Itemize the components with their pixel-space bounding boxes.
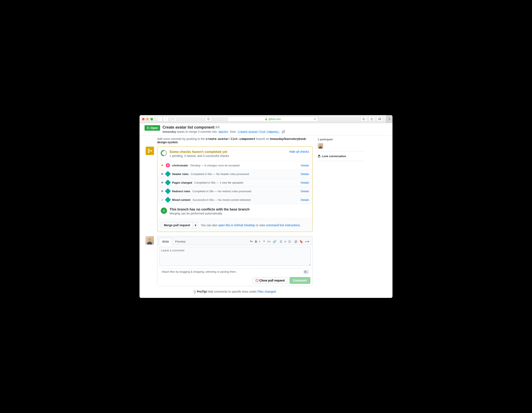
checks-summary: Some checks haven't completed yet 1 pend… [157, 147, 313, 161]
nav-buttons: ‹ › [157, 117, 169, 122]
preview-tab[interactable]: Preview [172, 238, 189, 245]
pr-state-badge: Open [144, 125, 160, 131]
check-message: Completed in 59s — No header rules proce… [191, 172, 249, 176]
comment-textarea[interactable] [159, 247, 311, 266]
check-app-icon [166, 180, 170, 185]
base-branch[interactable]: master [218, 130, 229, 134]
close-window[interactable] [142, 118, 144, 120]
check-details-link[interactable]: Details [301, 190, 309, 193]
head-branch[interactable]: create-avatar-list-compone… [237, 130, 280, 134]
reload-icon[interactable]: ⟳ [314, 118, 316, 121]
mention-icon[interactable]: @ [294, 240, 297, 243]
check-row: ci/chromatic Pending — 6 changes must be… [157, 161, 313, 170]
merge-button[interactable]: Merge pull request [161, 222, 193, 228]
ul-icon[interactable]: ☰ [280, 240, 282, 243]
markdown-icon[interactable]: M↓ [304, 270, 308, 273]
task-icon[interactable]: ☑ [288, 240, 291, 243]
check-row: Redirect rules Completed in 59s — No red… [157, 187, 313, 196]
share-button[interactable] [369, 117, 375, 122]
code-icon[interactable]: <> [267, 240, 270, 243]
reply-icon[interactable]: ↩▾ [305, 240, 309, 243]
check-message: Successful in 59s — No mixed content det… [192, 198, 250, 201]
url-domain: github.com [268, 118, 281, 121]
attach-hint[interactable]: Attach files by dragging & dropping, sel… [159, 268, 311, 275]
toolbar: AA B I ❝ <> 🔗 ☰ [250, 240, 311, 243]
maximize-window[interactable] [151, 118, 153, 120]
comment-button[interactable]: Comment [290, 277, 310, 284]
desktop-link[interactable]: open this in GitHub Desktop [218, 224, 255, 227]
heading-icon[interactable]: AA [250, 240, 253, 243]
check-details-link[interactable]: Details [301, 164, 309, 167]
url-bar[interactable]: 🔒 github.com ⟳ [228, 117, 318, 122]
files-changed-link[interactable]: Files changed [257, 290, 276, 293]
check-name: Header rules [172, 172, 189, 176]
checks-list: ci/chromatic Pending — 6 changes must be… [157, 161, 313, 204]
participant-avatar[interactable] [318, 143, 323, 149]
traffic-lights [142, 118, 153, 120]
pr-author[interactable]: tmeasday [163, 130, 176, 133]
check-row: Header rules Completed in 59s — No heade… [157, 170, 313, 178]
sidebar-button[interactable] [171, 117, 177, 122]
forward-button[interactable]: › [163, 117, 169, 122]
check-name: Mixed content [172, 198, 190, 201]
svg-point-3 [208, 118, 209, 119]
check-status-icon [161, 173, 164, 175]
copy-icon[interactable] [282, 130, 285, 134]
lightbulb-icon [193, 290, 197, 293]
ol-icon[interactable]: ≡ [285, 240, 286, 243]
check-message: Pending — 6 changes must be accepted. [190, 164, 240, 167]
check-status-icon [161, 190, 164, 192]
checks-title: Some checks haven't completed yet [170, 150, 229, 154]
check-app-icon [166, 189, 170, 193]
hide-checks-link[interactable]: Hide all checks [289, 150, 309, 158]
merge-status-box: Some checks haven't completed yet 1 pend… [157, 146, 313, 232]
check-name: Redirect rules [172, 190, 190, 193]
back-button[interactable]: ‹ [157, 117, 163, 122]
pr-subtitle: tmeasday wants to merge 3 commits into m… [163, 130, 285, 134]
check-app-icon [166, 172, 170, 176]
merge-hint: You can also open this in GitHub Desktop… [201, 224, 301, 227]
svg-rect-8 [379, 118, 381, 120]
minimize-window[interactable] [146, 118, 149, 120]
new-tab-button[interactable]: + [386, 115, 392, 123]
comment-form: Write Preview AA B I ❝ <> [157, 236, 313, 286]
check-status-icon [161, 182, 164, 183]
push-more-hint: Add more commits by pushing to the creat… [157, 135, 313, 146]
check-details-link[interactable]: Details [301, 198, 309, 201]
protip: ProTip! Add comments to specific lines u… [157, 290, 313, 293]
pr-number: #4 [215, 125, 219, 129]
svg-rect-4 [208, 119, 209, 120]
cli-link[interactable]: command line instructions [266, 224, 300, 227]
check-name: Pages changed [172, 181, 192, 184]
tabs-button[interactable] [377, 117, 383, 122]
check-app-icon [166, 198, 170, 202]
main-column: Add more commits by pushing to the creat… [157, 135, 313, 293]
success-icon: ✓ [161, 207, 167, 214]
avatar[interactable] [145, 236, 154, 244]
check-details-link[interactable]: Details [301, 181, 309, 184]
merge-dropdown[interactable]: ▾ [193, 222, 198, 228]
lock-conversation[interactable]: Lock conversation [318, 155, 364, 158]
check-row: Pages changed Completed in 59s — 1 new f… [157, 178, 313, 187]
italic-icon[interactable]: I [259, 240, 260, 243]
quote-icon[interactable]: ❝ [263, 240, 265, 243]
downloads-button[interactable] [361, 117, 367, 122]
pr-header: Open Create avatar list component #4 tme… [140, 123, 392, 135]
check-app-icon [166, 163, 170, 168]
check-details-link[interactable]: Details [301, 172, 309, 176]
merge-button-group: Merge pull request ▾ [161, 222, 198, 228]
bold-icon[interactable]: B [255, 240, 257, 243]
link-icon[interactable]: 🔗 [273, 240, 276, 243]
close-pr-button[interactable]: Close pull request [252, 277, 288, 284]
browser-window: ‹ › 🔒 github.com ⟳ + Open [140, 115, 392, 298]
lock-icon: 🔒 [265, 118, 268, 120]
conflicts-title: This branch has no conflicts with the ba… [170, 207, 250, 211]
comment-tabs: Write Preview AA B I ❝ <> [157, 236, 313, 245]
saved-icon[interactable]: 🔖 [299, 240, 303, 243]
conflicts-sub: Merging can be performed automatically. [170, 212, 250, 215]
privacy-button[interactable] [205, 117, 212, 122]
write-tab[interactable]: Write [159, 238, 172, 245]
conflicts-section: ✓ This branch has no conflicts with the … [157, 204, 313, 218]
check-name: ci/chromatic [172, 164, 188, 167]
svg-rect-7 [378, 119, 380, 120]
